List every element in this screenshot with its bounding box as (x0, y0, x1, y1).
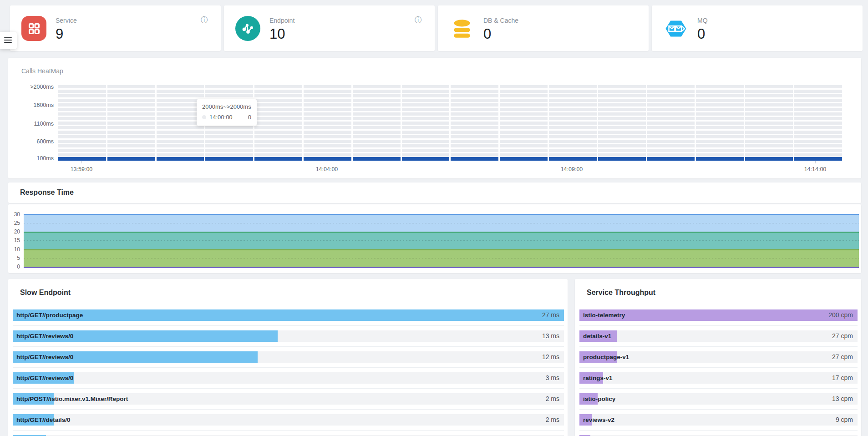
sidebar-toggle-button[interactable] (0, 32, 17, 49)
slow-endpoint-row[interactable]: http/GET//details/0 2 ms (13, 414, 564, 426)
rt-y-tick: 15 (8, 237, 20, 243)
stat-value: 10 (269, 26, 285, 42)
service-value: 13 cpm (832, 393, 853, 405)
service-throughput-rows: istio-telemetry 200 cpm details-v1 27 cp… (579, 309, 858, 436)
service-label: istio-policy (583, 393, 615, 405)
service-throughput-panel: Service Throughput istio-telemetry 200 c… (575, 279, 861, 436)
service-throughput-row[interactable]: reviews-v2 9 cpm (579, 414, 858, 426)
bar-track: details-v1 27 cpm (579, 330, 858, 342)
gridline (24, 240, 859, 241)
service-label: istio-telemetry (583, 309, 625, 321)
service-label: reviews-v2 (583, 414, 614, 426)
heatmap-y-label: 600ms (8, 138, 54, 145)
service-value: 17 cpm (832, 372, 853, 384)
heatmap-y-label: 1600ms (8, 102, 54, 108)
endpoint-value: 2 ms (546, 393, 559, 405)
service-label: details-v1 (583, 330, 611, 342)
endpoint-value: 3 ms (546, 372, 559, 384)
service-throughput-row[interactable]: productpage-v1 27 cpm (579, 351, 858, 363)
rt-plot-area[interactable] (24, 204, 859, 273)
rt-y-tick: 20 (8, 228, 20, 235)
info-icon[interactable]: ⓘ (201, 16, 208, 24)
gridline (24, 258, 859, 259)
slow-endpoint-row[interactable]: http/GET//reviews/0 3 ms (13, 372, 564, 384)
slow-endpoint-rows: http/GET//productpage 27 ms http/GET//re… (13, 309, 564, 436)
stat-card-mq: MQ 0 (652, 5, 863, 51)
divider (575, 302, 861, 302)
tooltip-title: 2000ms~>2000ms (202, 103, 251, 110)
endpoint-label: http/GET//reviews/0 (16, 351, 73, 363)
service-grid-icon (21, 16, 46, 41)
heatmap-tooltip: 2000ms~>2000ms 14:00:00 0 (197, 99, 257, 126)
service-label: productpage-v1 (583, 351, 629, 363)
stat-label: MQ (697, 17, 708, 24)
bar-track: ratings-v1 17 cpm (579, 372, 858, 384)
slow-endpoint-row[interactable]: http/GET//reviews/0 12 ms (13, 351, 564, 363)
stat-card-service: Service 9 ⓘ (10, 5, 221, 51)
slow-endpoint-row[interactable]: http/GET//reviews/0 13 ms (13, 330, 564, 342)
endpoint-value: 12 ms (542, 351, 559, 363)
bar-track: istio-policy 13 cpm (579, 393, 858, 405)
heatmap-x-label: 14:04:00 (308, 166, 346, 172)
endpoint-label: http/GET//details/0 (16, 414, 71, 426)
bar-track: http/GET//reviews/0 12 ms (13, 351, 564, 363)
message-queue-icon (663, 16, 688, 41)
slow-endpoint-row[interactable]: http/GET//productpage 27 ms (13, 309, 564, 321)
axis-tick (815, 161, 816, 163)
tooltip-time: 14:00:00 (209, 114, 233, 121)
stat-card-endpoint: Endpoint 10 ⓘ (224, 5, 435, 51)
bar-fill (13, 309, 564, 321)
service-value: 27 cpm (832, 330, 853, 342)
service-throughput-row[interactable]: istio-telemetry 200 cpm (579, 309, 858, 321)
slow-endpoint-title: Slow Endpoint (20, 289, 71, 297)
endpoint-label: http/GET//reviews/0 (16, 372, 73, 384)
bar-track: http/GET//reviews/0 3 ms (13, 372, 564, 384)
rt-baseline (24, 267, 859, 268)
heatmap-y-label: >2000ms (8, 84, 54, 90)
stat-label: DB & Cache (483, 17, 518, 24)
bar-track: http/GET//productpage 27 ms (13, 309, 564, 321)
service-throughput-title: Service Throughput (587, 289, 655, 297)
series-dot-icon (202, 115, 206, 119)
gridline (24, 223, 859, 223)
rt-y-tick: 30 (8, 211, 20, 218)
stat-value: 0 (483, 26, 491, 42)
endpoint-value: 27 ms (542, 309, 559, 321)
bar-track: istio-telemetry 200 cpm (579, 309, 858, 321)
endpoint-label: http/POST//istio.mixer.v1.Mixer/Report (16, 393, 128, 405)
bar-track: http/GET//details/0 2 ms (13, 414, 564, 426)
rt-y-tick: 5 (8, 255, 20, 261)
bar-track: http/POST//istio.mixer.v1.Mixer/Report 2… (13, 393, 564, 405)
response-time-title: Response Time (20, 188, 74, 197)
stat-value: 9 (56, 26, 63, 42)
service-value: 200 cpm (828, 309, 853, 321)
calls-heatmap-panel: Calls HeatMap >2000ms 1600ms 1100ms 600m… (8, 58, 861, 178)
service-throughput-row[interactable]: istio-policy 13 cpm (579, 393, 858, 405)
bar-track: http/GET//reviews/0 13 ms (13, 330, 564, 342)
service-throughput-row[interactable]: details-v1 27 cpm (579, 330, 858, 342)
heatmap-active-row[interactable] (58, 157, 843, 161)
service-throughput-row[interactable]: ratings-v1 17 cpm (579, 372, 858, 384)
endpoint-label: http/GET//reviews/0 (16, 330, 73, 342)
stat-value: 0 (697, 26, 705, 42)
endpoint-value: 13 ms (542, 330, 559, 342)
rt-y-tick: 25 (8, 220, 20, 226)
info-icon[interactable]: ⓘ (415, 16, 422, 24)
endpoint-value: 2 ms (546, 414, 559, 426)
heatmap-y-label: 1100ms (8, 121, 54, 127)
heatmap-grid[interactable] (58, 85, 843, 157)
response-time-chart[interactable]: 30 25 20 15 10 5 0 (8, 204, 861, 273)
service-label: ratings-v1 (583, 372, 613, 384)
slow-endpoint-panel: Slow Endpoint http/GET//productpage 27 m… (8, 279, 568, 436)
rt-y-tick: 10 (8, 246, 20, 253)
stat-label: Endpoint (269, 17, 294, 24)
slow-endpoint-row[interactable]: http/POST//istio.mixer.v1.Mixer/Report 2… (13, 393, 564, 405)
stat-label: Service (56, 17, 77, 24)
axis-tick (572, 161, 572, 163)
heatmap-y-label: 100ms (8, 155, 54, 162)
axis-tick (81, 161, 82, 163)
endpoint-topology-icon (235, 16, 260, 41)
service-value: 27 cpm (832, 351, 853, 363)
bar-track: productpage-v1 27 cpm (579, 351, 858, 363)
hamburger-icon (4, 37, 12, 44)
